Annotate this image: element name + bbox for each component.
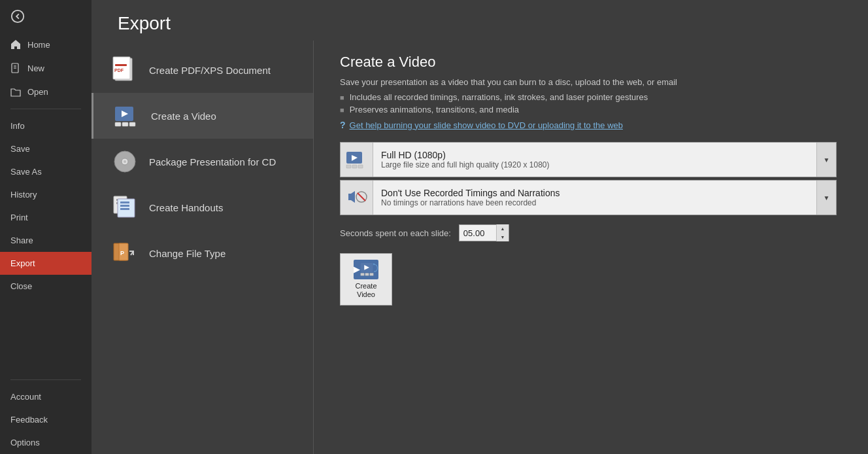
sidebar-new-label: New <box>27 63 44 73</box>
sidebar-item-home[interactable]: Home <box>0 33 92 56</box>
timing-sub-text: No timings or narrations have been recor… <box>381 198 809 207</box>
sidebar-item-history[interactable]: History <box>0 183 92 206</box>
sidebar-home-label: Home <box>27 40 50 50</box>
seconds-input[interactable] <box>459 227 496 239</box>
svg-rect-20 <box>120 201 129 203</box>
sidebar-bottom: Account Feedback Options <box>0 374 92 454</box>
create-video-label: Create a Video <box>151 111 216 122</box>
pdf-icon: PDF <box>112 56 137 84</box>
seconds-label: Seconds spent on each slide: <box>340 228 451 238</box>
svg-point-15 <box>124 160 126 163</box>
sidebar-item-save[interactable]: Save <box>0 137 92 160</box>
timing-main-text: Don't Use Recorded Timings and Narration… <box>381 188 809 198</box>
handouts-icon <box>111 194 139 221</box>
detail-bullet-2: ■ Preserves animations, transitions, and… <box>340 105 842 114</box>
timing-dropdown-icon <box>341 181 373 215</box>
help-icon: ? <box>340 120 346 130</box>
sidebar-item-account[interactable]: Account <box>0 385 92 408</box>
sidebar-close-label: Close <box>10 281 32 291</box>
create-btn-line2: Video <box>357 290 375 298</box>
help-link-text[interactable]: Get help burning your slide show video t… <box>350 120 623 130</box>
bullet-icon-1: ■ <box>340 94 344 101</box>
main-content: Export PDF Create PDF/XPS Document <box>92 0 868 454</box>
detail-title: Create a Video <box>340 54 842 71</box>
quality-main-text: Full HD (1080p) <box>381 150 809 160</box>
export-option-handouts[interactable]: Create Handouts <box>92 184 313 230</box>
detail-bullets: ■ Includes all recorded timings, narrati… <box>340 92 842 114</box>
svg-rect-12 <box>129 122 135 126</box>
svg-rect-30 <box>358 165 363 168</box>
seconds-increment[interactable]: ▲ <box>497 224 509 233</box>
timing-dropdown[interactable]: Don't Use Recorded Timings and Narration… <box>340 180 837 215</box>
filetype-svg-icon: P <box>112 241 137 266</box>
sidebar-history-label: History <box>10 190 37 200</box>
change-type-icon: P <box>111 239 139 267</box>
quality-dropdown-content: Full HD (1080p) Large file size and full… <box>373 146 816 173</box>
sidebar-item-open[interactable]: Open <box>0 80 92 103</box>
svg-text:P: P <box>120 250 124 256</box>
svg-rect-10 <box>115 122 121 126</box>
detail-description: Save your presentation as a video that y… <box>340 77 842 87</box>
quality-video-icon <box>346 150 368 169</box>
bullet-text-2: Preserves animations, transitions, and m… <box>350 105 519 114</box>
create-btn-line1: Create <box>355 282 376 290</box>
detail-help-link[interactable]: ? Get help burning your slide show video… <box>340 120 842 130</box>
package-cd-icon <box>111 148 139 175</box>
sidebar-item-feedback[interactable]: Feedback <box>0 408 92 431</box>
sidebar-save-as-label: Save As <box>10 167 42 177</box>
sidebar-divider-2 <box>10 379 81 380</box>
page-title: Export <box>92 0 868 41</box>
sidebar-account-label: Account <box>10 392 41 402</box>
svg-point-0 <box>12 10 24 22</box>
sidebar-item-new[interactable]: New <box>0 56 92 80</box>
pdf-xps-label: Create PDF/XPS Document <box>149 65 271 76</box>
sidebar-export-label: Export <box>10 258 35 268</box>
sidebar-item-print[interactable]: Print <box>0 206 92 229</box>
sidebar-item-info[interactable]: Info <box>0 114 92 137</box>
svg-rect-37 <box>370 273 373 275</box>
export-option-pdf-xps[interactable]: PDF Create PDF/XPS Document <box>92 47 313 93</box>
sidebar: Home New Open Info Save Save As History … <box>0 0 92 454</box>
quality-sub-text: Large file size and full high quality (1… <box>381 160 809 169</box>
sidebar-item-share[interactable]: Share <box>0 229 92 252</box>
content-area: PDF Create PDF/XPS Document Create a <box>92 41 868 454</box>
open-icon <box>10 86 21 97</box>
timing-dropdown-arrow[interactable]: ▼ <box>816 181 836 215</box>
timing-dropdown-content: Don't Use Recorded Timings and Narration… <box>373 184 816 211</box>
sidebar-save-label: Save <box>10 144 30 154</box>
sidebar-options-label: Options <box>10 438 40 447</box>
new-icon <box>10 63 21 73</box>
create-video-button[interactable]: Create Video <box>340 253 392 306</box>
svg-rect-6 <box>115 64 127 66</box>
seconds-decrement[interactable]: ▼ <box>497 233 509 241</box>
create-video-option-icon <box>113 102 141 130</box>
sidebar-share-label: Share <box>10 236 33 245</box>
sidebar-divider-1 <box>10 109 81 109</box>
detail-bullet-1: ■ Includes all recorded timings, narrati… <box>340 92 842 102</box>
seconds-input-wrapper: ▲ ▼ <box>459 224 509 241</box>
create-video-btn-label: Create Video <box>355 282 376 299</box>
export-options-panel: PDF Create PDF/XPS Document Create a <box>92 41 314 454</box>
sidebar-item-export[interactable]: Export <box>0 252 92 275</box>
back-button[interactable] <box>0 0 92 33</box>
sidebar-item-save-as[interactable]: Save As <box>0 160 92 183</box>
create-video-icon-svg <box>360 260 378 279</box>
seconds-row: Seconds spent on each slide: ▲ ▼ <box>340 224 842 241</box>
quality-dropdown-arrow[interactable]: ▼ <box>816 143 836 177</box>
quality-dropdown-icon <box>341 143 373 177</box>
sidebar-item-close[interactable]: Close <box>0 275 92 298</box>
export-option-change-type[interactable]: P Change File Type <box>92 230 313 276</box>
sidebar-feedback-label: Feedback <box>10 415 48 425</box>
sidebar-item-options[interactable]: Options <box>0 431 92 454</box>
seconds-spinners: ▲ ▼ <box>496 224 509 241</box>
quality-dropdown[interactable]: Full HD (1080p) Large file size and full… <box>340 142 837 177</box>
svg-rect-36 <box>365 273 369 275</box>
pdf-xps-icon: PDF <box>111 56 139 84</box>
cd-icon <box>112 149 137 174</box>
change-type-label: Change File Type <box>149 248 225 259</box>
export-option-package-cd[interactable]: Package Presentation for CD <box>92 139 313 184</box>
export-option-create-video[interactable]: Create a Video <box>92 93 313 139</box>
svg-rect-29 <box>352 165 357 168</box>
sidebar-info-label: Info <box>10 121 25 131</box>
handouts-svg-icon <box>112 195 137 220</box>
